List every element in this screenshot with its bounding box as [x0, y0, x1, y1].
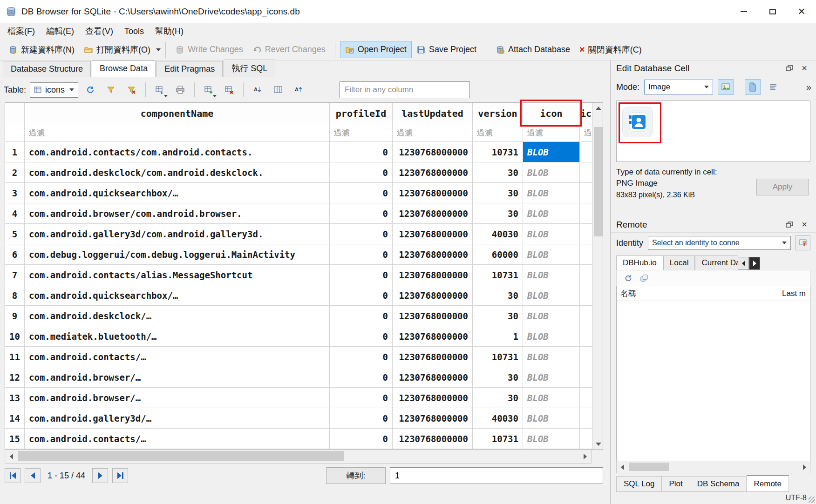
- cell-lastUpdated[interactable]: 1230768000000: [393, 429, 473, 449]
- cell-lastUpdated[interactable]: 1230768000000: [393, 203, 473, 224]
- cell-lastUpdated[interactable]: 1230768000000: [393, 367, 473, 388]
- cell-version[interactable]: 30: [473, 285, 523, 306]
- cell-lastUpdated[interactable]: 1230768000000: [393, 408, 473, 429]
- row-number[interactable]: 7: [5, 265, 25, 285]
- open-database-button[interactable]: 打開資料庫(O): [79, 41, 155, 59]
- close-database-button[interactable]: × 關閉資料庫(C): [575, 41, 646, 59]
- sort-desc-button[interactable]: A: [290, 81, 307, 98]
- row-number[interactable]: 10: [5, 326, 25, 347]
- cell-profileId[interactable]: 0: [330, 244, 393, 265]
- menu-help[interactable]: 幫助(H): [150, 24, 189, 39]
- remote-scrollbar-thumb[interactable]: [629, 463, 669, 471]
- horizontal-scrollbar[interactable]: [5, 450, 592, 464]
- tab-browse-data[interactable]: Browse Data: [92, 60, 156, 77]
- image-mode-button[interactable]: [718, 79, 734, 95]
- table-row[interactable]: 13 com.android.browser/… 0 1230768000000…: [5, 388, 592, 408]
- cell-componentName[interactable]: com.android.browser/…: [25, 367, 330, 388]
- text-document-view-button[interactable]: [745, 79, 761, 95]
- last-record-button[interactable]: [112, 468, 128, 483]
- cell-lastUpdated[interactable]: 1230768000000: [393, 388, 473, 408]
- cell-profileId[interactable]: 0: [330, 203, 393, 224]
- table-row[interactable]: 12 com.android.browser/… 0 1230768000000…: [5, 367, 592, 388]
- tab-scroll-right-button[interactable]: [749, 257, 760, 270]
- goto-button[interactable]: 轉到:: [326, 467, 386, 484]
- row-number[interactable]: 14: [5, 408, 25, 429]
- row-number[interactable]: 4: [5, 203, 25, 224]
- table-row[interactable]: 6 com.debug.loggerui/com.debug.loggerui.…: [5, 244, 592, 265]
- filter-componentName[interactable]: 過濾: [25, 124, 330, 142]
- scroll-down-arrow[interactable]: [592, 439, 604, 449]
- maximize-button[interactable]: [758, 0, 787, 23]
- cell-icon-blob[interactable]: BLOB: [523, 306, 580, 326]
- cell-icon-blob[interactable]: BLOB: [523, 142, 580, 162]
- row-number[interactable]: 1: [5, 142, 25, 162]
- column-header-componentName[interactable]: componentName: [25, 103, 330, 124]
- table-select[interactable]: icons: [30, 82, 78, 98]
- cell-componentName[interactable]: com.android.contacts/com.android.contact…: [25, 142, 330, 162]
- cell-version[interactable]: 1: [473, 326, 523, 347]
- cell-lastUpdated[interactable]: 1230768000000: [393, 285, 473, 306]
- table-row[interactable]: 8 com.android.quicksearchbox/… 0 1230768…: [5, 285, 592, 306]
- export-table-button[interactable]: [151, 81, 168, 98]
- cell-lastUpdated[interactable]: 1230768000000: [393, 183, 473, 203]
- cell-icon-blob[interactable]: BLOB: [523, 367, 580, 388]
- print-button[interactable]: [172, 81, 189, 98]
- cell-componentName[interactable]: com.android.contacts/…: [25, 429, 330, 449]
- cell-profileId[interactable]: 0: [330, 183, 393, 203]
- menu-edit[interactable]: 編輯(E): [41, 24, 80, 39]
- row-number[interactable]: 3: [5, 183, 25, 203]
- cell-icon-blob[interactable]: BLOB: [523, 347, 580, 367]
- minimize-button[interactable]: [729, 0, 758, 23]
- open-project-button[interactable]: Open Project: [340, 41, 412, 58]
- first-record-button[interactable]: [5, 468, 20, 483]
- cell-profileId[interactable]: 0: [330, 429, 393, 449]
- cell-lastUpdated[interactable]: 1230768000000: [393, 265, 473, 285]
- cell-componentName[interactable]: com.android.deskclock/com.android.deskcl…: [25, 162, 330, 183]
- row-number[interactable]: 11: [5, 347, 25, 367]
- cell-profileId[interactable]: 0: [330, 285, 393, 306]
- cell-version[interactable]: 30: [473, 183, 523, 203]
- column-header-partial[interactable]: ic: [580, 103, 592, 124]
- corner-header-cell[interactable]: [5, 103, 25, 124]
- delete-record-button[interactable]: [221, 81, 238, 98]
- cell-version[interactable]: 10731: [473, 265, 523, 285]
- cell-version[interactable]: 30: [473, 367, 523, 388]
- column-header-lastUpdated[interactable]: lastUpdated: [393, 103, 473, 124]
- cell-icon-blob[interactable]: BLOB: [523, 162, 580, 183]
- close-button[interactable]: ×: [787, 0, 816, 23]
- cell-lastUpdated[interactable]: 1230768000000: [393, 162, 473, 183]
- row-number[interactable]: 8: [5, 285, 25, 306]
- cell-lastUpdated[interactable]: 1230768000000: [393, 244, 473, 265]
- cell-icon-blob[interactable]: BLOB: [523, 224, 580, 244]
- clear-filter-button[interactable]: [123, 81, 140, 98]
- cell-version[interactable]: 40030: [473, 408, 523, 429]
- row-number[interactable]: 15: [5, 429, 25, 449]
- apply-button[interactable]: Apply: [756, 179, 809, 195]
- cell-icon-blob[interactable]: BLOB: [523, 183, 580, 203]
- filter-partial[interactable]: 過濾: [580, 124, 592, 142]
- cell-icon-blob[interactable]: BLOB: [523, 285, 580, 306]
- import-certificate-button[interactable]: [796, 235, 810, 250]
- cell-icon-blob[interactable]: BLOB: [523, 265, 580, 285]
- remote-column-last-modified[interactable]: Last m: [779, 286, 810, 301]
- scroll-left-arrow[interactable]: [5, 450, 17, 463]
- cell-profileId[interactable]: 0: [330, 162, 393, 183]
- tab-execute-sql[interactable]: 執行 SQL: [224, 60, 275, 77]
- cell-componentName[interactable]: com.mediatek.bluetooth/…: [25, 326, 330, 347]
- vertical-scrollbar-thumb[interactable]: [594, 127, 603, 236]
- cell-icon-blob[interactable]: BLOB: [523, 388, 580, 408]
- table-row[interactable]: 14 com.android.gallery3d/… 0 12307680000…: [5, 408, 592, 429]
- cell-version[interactable]: 10731: [473, 347, 523, 367]
- cell-profileId[interactable]: 0: [330, 142, 393, 162]
- remote-tab-local[interactable]: Local: [663, 255, 695, 270]
- cell-version[interactable]: 10731: [473, 142, 523, 162]
- previous-record-button[interactable]: [25, 468, 41, 483]
- table-row[interactable]: 15 com.android.contacts/… 0 123076800000…: [5, 429, 592, 449]
- row-number[interactable]: 2: [5, 162, 25, 183]
- filter-funnel-button[interactable]: [102, 81, 119, 98]
- cell-componentName[interactable]: com.android.quicksearchbox/…: [25, 183, 330, 203]
- resize-grip[interactable]: [809, 497, 815, 503]
- bottom-tab-db-schema[interactable]: DB Schema: [690, 476, 747, 492]
- row-number[interactable]: 5: [5, 224, 25, 244]
- bottom-tab-sql-log[interactable]: SQL Log: [616, 476, 662, 492]
